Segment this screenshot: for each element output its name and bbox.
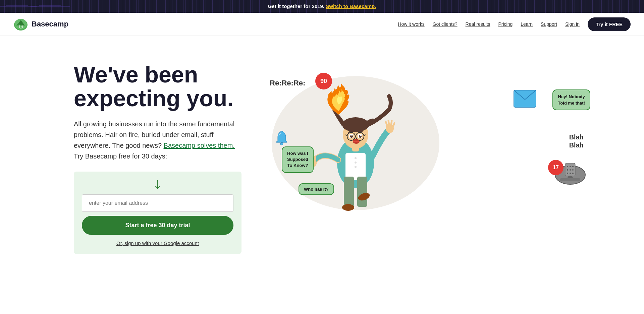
bell-icon: [275, 130, 288, 146]
svg-rect-16: [357, 177, 367, 207]
hero-description: All growing businesses run into the same…: [74, 119, 235, 162]
svg-line-28: [393, 123, 394, 126]
logo-icon: [13, 17, 28, 32]
google-signup-link[interactable]: Or, sign up with your Google account: [82, 240, 233, 246]
hero-desc-text2: Try Basecamp free for 30 days:: [74, 152, 167, 160]
nav-link-sign-in[interactable]: Sign in: [565, 21, 580, 27]
arrow-down-indicator: [82, 180, 233, 192]
svg-line-26: [388, 121, 389, 125]
hey-bubble: Hey! Nobody Told me that!: [552, 89, 590, 110]
svg-point-57: [572, 166, 574, 167]
blah-text-value: Blah Blah: [569, 133, 584, 149]
svg-rect-48: [560, 178, 580, 181]
svg-rect-15: [344, 177, 354, 207]
svg-point-42: [360, 135, 361, 136]
svg-point-6: [19, 26, 20, 26]
nav-link-learn[interactable]: Learn: [521, 21, 533, 27]
how-bubble-text: How was I Supposed To Know?: [287, 151, 308, 168]
navbar: Basecamp How it works Got clients? Real …: [0, 13, 644, 36]
svg-point-49: [567, 173, 568, 174]
svg-point-56: [570, 166, 571, 167]
rere-text: Re:Re:Re:: [265, 76, 310, 90]
hey-bubble-text: Hey! Nobody Told me that!: [558, 94, 585, 106]
who-bubble-text: Who has it?: [304, 187, 329, 192]
banner-text: Get it together for 2019. Switch to Base…: [268, 3, 376, 9]
email-input[interactable]: [82, 194, 233, 212]
svg-line-25: [386, 122, 387, 126]
signup-box: Start a free 30 day trial Or, sign up wi…: [74, 172, 241, 254]
svg-point-14: [355, 166, 357, 168]
nav-link-real-results[interactable]: Real results: [466, 21, 490, 27]
svg-point-12: [355, 157, 357, 159]
svg-point-50: [570, 173, 571, 174]
try-free-button[interactable]: Try it FREE: [588, 17, 631, 31]
nav-link-how-it-works[interactable]: How it works: [398, 21, 424, 27]
notification-badge-17: 17: [548, 160, 564, 175]
svg-point-51: [572, 173, 574, 174]
svg-point-17: [342, 204, 354, 211]
hero-title: We've been expecting you.: [74, 63, 248, 111]
nav-link-pricing[interactable]: Pricing: [498, 21, 513, 27]
flames-icon: [322, 74, 356, 115]
hero-desc-link[interactable]: Basecamp solves them.: [164, 142, 235, 149]
svg-point-52: [567, 169, 568, 171]
svg-point-54: [572, 169, 574, 171]
nav-links: How it works Got clients? Real results P…: [398, 17, 631, 31]
badge-17-value: 17: [553, 165, 559, 171]
svg-point-7: [22, 26, 22, 26]
trial-button[interactable]: Start a free 30 day trial: [82, 216, 233, 235]
blah-text: Blah Blah: [569, 133, 584, 149]
svg-line-27: [391, 121, 392, 125]
svg-point-8: [280, 142, 283, 145]
svg-point-13: [355, 162, 357, 164]
illustration-container: Re:Re:Re: 90: [255, 56, 610, 244]
svg-point-41: [352, 135, 353, 136]
banner-link[interactable]: Switch to Basecamp.: [326, 3, 376, 9]
person-illustration: [302, 83, 409, 237]
hero-content: We've been expecting you. All growing bu…: [74, 56, 248, 254]
logo[interactable]: Basecamp: [13, 17, 68, 32]
nav-link-got-clients[interactable]: Got clients?: [433, 21, 458, 27]
arrow-down-icon: [154, 180, 162, 190]
banner-static-text: Get it together for 2019.: [268, 3, 326, 9]
top-banner: Get it together for 2019. Switch to Base…: [0, 0, 644, 13]
nav-link-support[interactable]: Support: [541, 21, 557, 27]
how-bubble: How was I Supposed To Know?: [282, 146, 314, 173]
svg-point-55: [567, 166, 568, 167]
logo-text: Basecamp: [32, 20, 68, 28]
hero-illustration: Re:Re:Re: 90: [255, 56, 610, 244]
envelope-icon: [513, 89, 537, 108]
who-bubble: Who has it?: [299, 183, 334, 195]
svg-point-53: [570, 169, 571, 171]
svg-line-23: [315, 156, 315, 161]
hero-section: We've been expecting you. All growing bu…: [0, 36, 644, 274]
